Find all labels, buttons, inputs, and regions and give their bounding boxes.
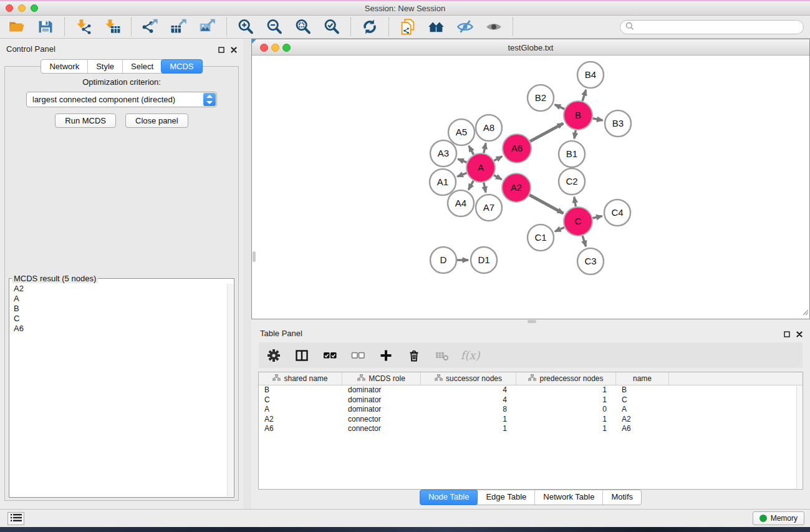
tab-select[interactable]: Select xyxy=(122,60,162,73)
float-panel-icon[interactable] xyxy=(218,44,224,56)
toolbar-group xyxy=(0,17,65,36)
import-network-icon[interactable] xyxy=(74,17,93,36)
tab-network-table[interactable]: Network Table xyxy=(534,490,602,505)
table-row[interactable]: Adominator80A xyxy=(259,405,803,415)
graph-edge-A6-B[interactable] xyxy=(530,123,563,142)
graph-edge-A-A7[interactable] xyxy=(484,183,486,193)
resize-grip-icon[interactable] xyxy=(802,307,809,318)
column-header-MCDS-role[interactable]: MCDS role xyxy=(342,372,421,385)
open-folder-icon[interactable] xyxy=(7,17,26,36)
result-item[interactable]: A6 xyxy=(14,324,222,334)
graph-node-label-A3: A3 xyxy=(438,148,449,158)
tab-edge-table[interactable]: Edge Table xyxy=(477,490,534,505)
graph-node-label-A: A xyxy=(478,162,484,173)
toolbar-group xyxy=(65,17,132,36)
column-header-successor-nodes[interactable]: successor nodes xyxy=(421,372,516,385)
table-scrollbar[interactable] xyxy=(796,386,803,488)
result-item[interactable]: C xyxy=(14,314,222,324)
graph-node-label-A2: A2 xyxy=(511,182,522,193)
task-history-button[interactable] xyxy=(7,512,24,525)
table-panel-tabs: Node TableEdge TableNetwork TableMotifs xyxy=(251,490,810,505)
graph-edge-A-A1[interactable] xyxy=(457,173,466,177)
delete-column-icon[interactable] xyxy=(407,348,422,363)
graph-edge-A-A3[interactable] xyxy=(458,159,466,162)
split-view-icon[interactable] xyxy=(294,348,309,363)
cell-successor-nodes: 1 xyxy=(421,415,516,425)
zoom-out-icon[interactable] xyxy=(265,17,284,36)
select-all-icon[interactable] xyxy=(322,348,337,363)
column-header-name[interactable]: name xyxy=(616,372,669,385)
graph-edge-C-C1[interactable] xyxy=(555,228,564,232)
result-scrollbar[interactable] xyxy=(227,284,233,496)
tab-node-table[interactable]: Node Table xyxy=(420,490,478,505)
column-header-shared-name[interactable]: shared name xyxy=(259,372,342,385)
refresh-icon[interactable] xyxy=(360,17,379,36)
main-toolbar xyxy=(0,16,810,39)
show-eye-icon[interactable] xyxy=(485,17,503,36)
network-canvas[interactable]: B4B2BB3A8A5A6A3B1AA1C2A2A4A7C4CC1C3DD1 xyxy=(252,56,809,319)
tab-network[interactable]: Network xyxy=(41,60,87,73)
vertical-splitter[interactable] xyxy=(243,39,251,509)
table-row[interactable]: A6connector11A6 xyxy=(259,424,803,434)
graph-edge-B-B2[interactable] xyxy=(555,105,565,109)
network-horizontal-scrollbar[interactable] xyxy=(528,320,536,323)
hide-eye-icon[interactable] xyxy=(456,17,475,36)
column-header-predecessor-nodes[interactable]: predecessor nodes xyxy=(516,372,616,385)
table-row[interactable]: Bdominator41B xyxy=(259,385,803,395)
export-network-icon[interactable] xyxy=(141,17,160,36)
graph-edge-A-A6[interactable] xyxy=(494,157,502,161)
search-box[interactable] xyxy=(620,20,804,34)
zoom-selected-icon[interactable] xyxy=(322,17,341,36)
duplicate-network-icon[interactable] xyxy=(398,17,417,36)
criterion-value: largest connected component (directed) xyxy=(32,95,175,104)
table-header-row: shared nameMCDS rolesuccessor nodesprede… xyxy=(259,372,803,385)
network-window-titlebar[interactable]: testGlobe.txt xyxy=(252,39,809,56)
close-panel-button[interactable]: Close panel xyxy=(125,114,188,128)
deselect-all-icon[interactable] xyxy=(350,348,365,363)
close-panel-icon[interactable] xyxy=(231,44,237,56)
graph-edge-B-B3[interactable] xyxy=(593,118,603,120)
graph-edge-A-A8[interactable] xyxy=(484,143,486,153)
home-icon[interactable] xyxy=(427,17,446,36)
float-panel-icon[interactable] xyxy=(784,329,790,340)
graph-edge-C-C4[interactable] xyxy=(592,216,602,218)
tab-motifs[interactable]: Motifs xyxy=(602,490,641,505)
graph-edge-C-C3[interactable] xyxy=(582,236,586,246)
graph-node-label-C3: C3 xyxy=(584,256,596,266)
tree-icon xyxy=(272,374,281,383)
search-input[interactable] xyxy=(635,22,791,32)
settings-icon[interactable] xyxy=(266,348,281,363)
mcds-result-list[interactable]: A2ABCA6 xyxy=(9,283,226,497)
tab-style[interactable]: Style xyxy=(87,60,122,73)
result-item[interactable]: A2 xyxy=(14,284,222,294)
memory-button[interactable]: Memory xyxy=(753,511,804,525)
graph-edge-B-B1[interactable] xyxy=(574,130,576,139)
close-panel-icon[interactable] xyxy=(796,329,803,340)
network-vertical-scrollbar[interactable] xyxy=(253,251,256,262)
graph-edge-A2-C[interactable] xyxy=(529,195,563,213)
criterion-select[interactable]: largest connected component (directed) xyxy=(26,92,217,107)
zoom-in-icon[interactable] xyxy=(236,17,255,36)
cell-predecessor-nodes: 1 xyxy=(516,415,616,425)
export-table-icon[interactable] xyxy=(170,17,188,36)
cell-name: A2 xyxy=(616,415,669,425)
horizontal-splitter[interactable] xyxy=(251,319,810,324)
run-mcds-button[interactable]: Run MCDS xyxy=(55,114,116,128)
graph-edge-A-A5[interactable] xyxy=(469,146,474,155)
tab-mcds[interactable]: MCDS xyxy=(161,59,202,74)
zoom-fit-icon[interactable] xyxy=(294,17,312,36)
graph-edge-B-B4[interactable] xyxy=(582,90,586,101)
import-table-icon[interactable] xyxy=(103,17,122,36)
table-row[interactable]: Cdominator41C xyxy=(259,395,803,405)
export-image-icon[interactable] xyxy=(198,17,217,36)
graph-edge-C-C2[interactable] xyxy=(574,197,576,207)
save-icon[interactable] xyxy=(36,17,55,36)
table-row[interactable]: A2connector11A2 xyxy=(259,415,803,425)
graph-edge-A-A4[interactable] xyxy=(468,181,473,190)
add-column-icon[interactable] xyxy=(378,348,393,363)
toolbar-group xyxy=(227,17,351,36)
network-window: testGlobe.txt B4B2BB3A8A5A6A3B1AA1C2A2A4… xyxy=(251,39,810,319)
result-item[interactable]: B xyxy=(14,304,222,314)
graph-edge-A-A2[interactable] xyxy=(494,175,502,180)
result-item[interactable]: A xyxy=(14,294,222,304)
